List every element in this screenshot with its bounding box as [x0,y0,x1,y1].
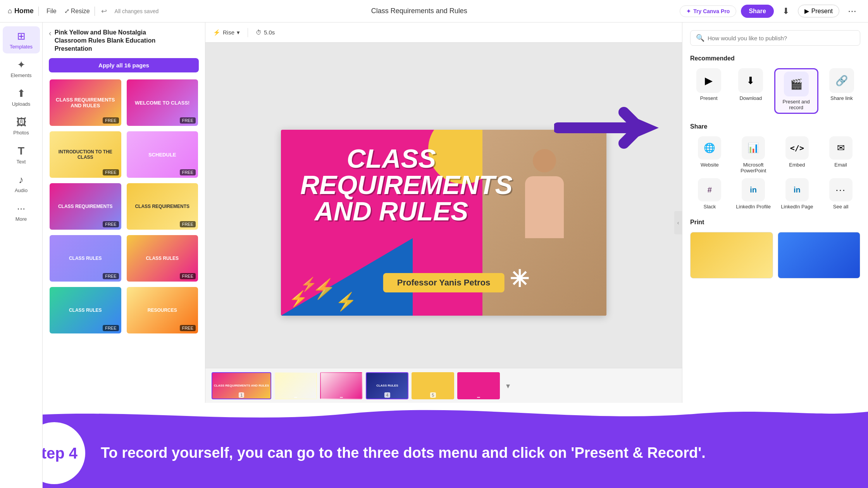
svg-marker-0 [632,116,659,139]
download-icon-box: ⬇ [738,68,763,93]
download-button[interactable]: ⬇ [778,4,793,19]
sidebar-item-more[interactable]: ··· More [3,199,40,226]
resize-button[interactable]: ⤢ Resize [64,7,90,15]
template-thumb-4[interactable]: SCHEDULE FREE [126,131,199,179]
person-body [525,176,564,238]
templates-icon: ⊞ [17,30,26,42]
template-thumb-9[interactable]: CLASS RULES FREE [49,286,122,334]
try-canva-pro-button[interactable]: ✦ Try Canva Pro [680,5,736,17]
person-head [533,149,556,172]
website-icon: 🌐 [698,136,721,160]
share-section-title: Share [690,123,860,130]
lightning-1: ⚡ [289,290,308,308]
publish-search-bar[interactable]: 🔍 [690,30,860,46]
email-label: Email [834,162,847,168]
share-linkedin-page[interactable]: in LinkedIn Page [778,178,817,210]
template-thumb-5[interactable]: CLASS REQUIREMENTS FREE [49,182,122,230]
share-grid: 🌐 Website 📊 Microsoft PowerPoint </> Emb… [690,136,860,210]
print-grid [690,232,860,278]
rec-download[interactable]: ⬇ Download [732,68,769,114]
panel-collapse-handle[interactable]: ‹ [674,211,682,234]
share-see-all[interactable]: ··· See all [821,178,860,210]
transition-selector[interactable]: ⚡ Rise ▾ [213,29,240,36]
publish-search-input[interactable] [708,35,854,41]
free-badge-10: FREE [180,325,196,331]
document-title[interactable]: Class Requirements and Rules [163,7,675,15]
share-website[interactable]: 🌐 Website [690,136,729,174]
star-decoration: ✳ [510,265,529,292]
sidebar-item-audio[interactable]: ♪ Audio [3,170,40,197]
template-thumb-7[interactable]: CLASS RULES FREE [49,234,122,282]
slide-canvas[interactable]: ⚡ ⚡ ⚡ ⚡ ✳ CLASS REQUIREMENTS AND RULES P… [281,130,606,316]
free-badge-7: FREE [103,273,119,279]
free-badge-3: FREE [103,169,119,175]
share-slack[interactable]: # Slack [690,178,729,210]
thumb-1-preview: CLASS REQUIREMENTS AND RULES [212,382,270,389]
apply-all-button[interactable]: Apply all 16 pages [49,58,199,72]
template-thumb-2[interactable]: WELCOME TO CLASS! FREE [126,79,199,127]
file-menu[interactable]: File [43,6,60,16]
undo-button[interactable]: ↩ [100,5,108,17]
see-all-label: See all [833,204,849,210]
sidebar-item-templates[interactable]: ⊞ Templates [3,26,40,53]
free-badge-2: FREE [180,117,196,124]
website-label: Website [701,162,719,168]
print-thumb-1[interactable] [690,232,773,278]
slide-strip-more[interactable]: ▾ [503,378,513,393]
linkedin-profile-icon: in [742,178,765,201]
slide-thumb-1[interactable]: CLASS REQUIREMENTS AND RULES 1 [212,372,271,399]
transition-label: Rise [223,29,234,36]
template-thumb-10[interactable]: RESOURCES FREE [126,286,199,334]
sidebar-item-uploads[interactable]: ⬆ Uploads [3,84,40,111]
share-embed[interactable]: </> Embed [778,136,817,174]
home-button[interactable]: ⌂ Home [8,7,34,15]
thumb-2-preview [294,384,297,387]
share-email[interactable]: ✉ Email [821,136,860,174]
resize-label: Resize [71,8,90,15]
free-badge-4: FREE [180,169,196,175]
search-icon: 🔍 [696,34,704,42]
slide-thumb-2[interactable] [274,372,317,399]
transition-chevron: ▾ [237,29,240,36]
rec-present-record-label: Present and record [778,99,815,110]
share-powerpoint[interactable]: 📊 Microsoft PowerPoint [734,136,773,174]
embed-label: Embed [789,162,805,168]
present-label: Present [811,8,833,15]
linkedin-page-label: LinkedIn Page [781,204,813,210]
free-badge-6: FREE [180,221,196,227]
template-thumb-3[interactable]: INTRODUCTION TO THE CLASS FREE [49,131,122,179]
powerpoint-label: Microsoft PowerPoint [734,162,773,174]
template-thumb-6[interactable]: CLASS REQUIREMENTS FREE [126,182,199,230]
photos-label: Photos [13,130,29,136]
free-badge-5: FREE [103,221,119,227]
lightning-3: ⚡ [335,291,357,312]
template-thumb-8[interactable]: CLASS RULES FREE [126,234,199,282]
template-panel-title: Pink Yellow and Blue Nostalgia Classroom… [55,29,171,53]
print-section-title: Print [690,219,860,226]
template-thumb-1[interactable]: CLASS REQUIREMENTS AND RULES FREE [49,79,122,127]
slide-num-1: 1 [239,392,244,398]
slide-thumb-4[interactable]: CLASS RULES 4 [366,372,408,399]
rec-present-label: Present [700,95,718,101]
present-button[interactable]: ▶ Present [798,5,839,17]
template-back-button[interactable]: ‹ [49,29,52,38]
powerpoint-icon: 📊 [742,136,765,160]
template-thumbnails-grid: CLASS REQUIREMENTS AND RULES FREE WELCOM… [49,79,199,334]
left-sidebar: ⊞ Templates ✦ Elements ⬆ Uploads 🖼 Photo… [0,22,43,488]
more-options-button[interactable]: ⋯ [844,4,860,19]
duration-selector[interactable]: ⏱ 5.0s [256,29,275,36]
slide-num-4: 4 [384,392,390,398]
share-linkedin-profile[interactable]: in LinkedIn Profile [734,178,773,210]
rec-present-record[interactable]: 🎬 Present and record [774,68,818,114]
rec-present[interactable]: ▶ Present [690,68,727,114]
slide-num-2 [294,397,297,398]
sidebar-item-elements[interactable]: ✦ Elements [3,55,40,82]
sidebar-item-text[interactable]: T Text [3,141,40,168]
sidebar-item-photos[interactable]: 🖼 Photos [3,112,40,139]
slide-thumb-6[interactable] [457,372,500,399]
slide-thumb-3[interactable] [320,372,363,399]
print-thumb-2[interactable] [778,232,861,278]
rec-share-link[interactable]: 🔗 Share link [823,68,860,114]
share-button[interactable]: Share [741,5,773,18]
slide-thumb-5[interactable]: 5 [412,372,454,399]
